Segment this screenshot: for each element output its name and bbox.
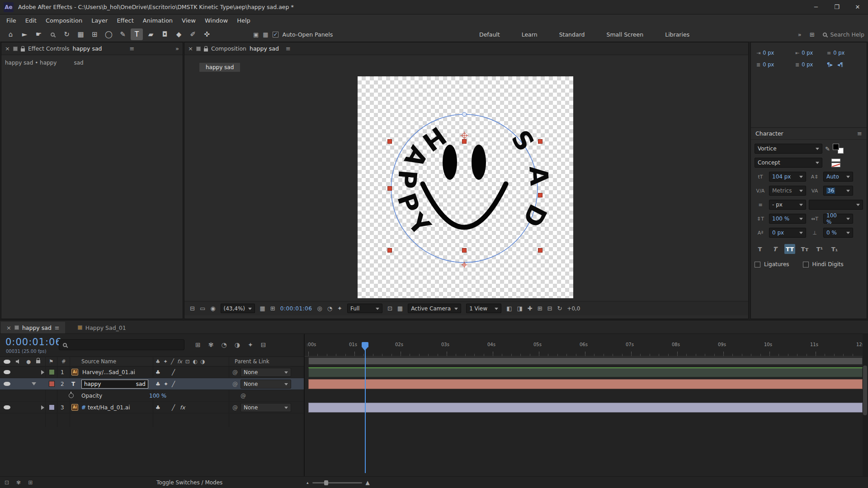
layer3-shy-icon[interactable]: ♣ — [156, 402, 160, 413]
faux-italic-button[interactable]: T — [769, 244, 780, 254]
superscript-button[interactable]: T¹ — [814, 244, 825, 254]
workspace-standard[interactable]: Standard — [548, 31, 596, 38]
current-timecode[interactable]: 0:00:01:06 — [5, 337, 62, 347]
indent-right-value[interactable]: 0 px — [802, 50, 813, 56]
workspace-manager-icon[interactable]: ⊞ — [810, 32, 815, 38]
layer3-label-swatch[interactable] — [49, 404, 55, 410]
stroke-over-fill-icon[interactable] — [831, 159, 840, 162]
stroke-width-value[interactable]: - px — [772, 202, 783, 208]
number-column-label[interactable]: # — [61, 357, 66, 366]
collapse-column-icon[interactable]: ✦ — [163, 358, 168, 365]
comp-flowchart-icon[interactable]: ⊞ — [195, 341, 201, 348]
indent-right-field[interactable]: ⇤ 0 px — [795, 50, 827, 56]
puppet-pin-tool-icon[interactable]: ✜ — [201, 28, 213, 40]
pixel-aspect-icon[interactable]: ⊟ — [190, 305, 195, 311]
layer2-expander-icon[interactable] — [32, 382, 36, 388]
layer1-expander-icon[interactable] — [41, 370, 47, 375]
tracking-value[interactable]: 36 — [826, 188, 835, 194]
leading-dropdown[interactable]: Auto — [823, 172, 853, 182]
layer1-duration-bar[interactable] — [308, 367, 863, 377]
flowchart-button-icon[interactable]: ⊟ — [547, 305, 552, 311]
monitor-icon[interactable]: ▭ — [200, 305, 205, 311]
panel-menu-icon[interactable]: ≡ — [55, 325, 60, 331]
layer3-quality-icon[interactable]: ╱ — [172, 402, 175, 413]
all-caps-button[interactable]: TT — [784, 244, 795, 254]
shy-column-icon[interactable]: ♣ — [156, 358, 160, 365]
expand-in-point-icon[interactable]: ⊡ — [5, 479, 9, 486]
timeline-zoom-thumb[interactable] — [324, 480, 328, 485]
hand-tool-icon[interactable]: ☛ — [33, 28, 45, 40]
timeline-tracks[interactable]: :00s 01s 02s 03s 04s 05s 06s 07s 08s 09s… — [304, 334, 868, 476]
stroke-width-dropdown[interactable]: - px — [769, 200, 806, 210]
brush-tool-icon[interactable]: ▰ — [145, 28, 157, 40]
clone-stamp-tool-icon[interactable]: ◘ — [159, 28, 171, 40]
panel-overflow-icon[interactable]: » — [175, 46, 179, 52]
layer2-visibility-icon[interactable] — [4, 382, 10, 386]
label-column-icon[interactable]: ⚑ — [49, 357, 53, 366]
resolution-dropdown[interactable]: Full — [347, 304, 382, 313]
layer2-duration-bar[interactable] — [308, 379, 863, 389]
first-line-indent-value[interactable]: 0 px — [833, 50, 844, 56]
motion-blur-column-icon[interactable]: ◐ — [193, 358, 197, 365]
opacity-property-row[interactable]: Opacity 100 % @ — [0, 390, 304, 402]
smiley-artwork[interactable]: HAPPY SAD — [358, 76, 573, 298]
faux-bold-button[interactable]: T — [755, 244, 765, 254]
hindi-digits-checkbox[interactable] — [803, 262, 809, 267]
type-tool-icon[interactable]: T — [131, 28, 143, 40]
tsume-value[interactable]: 0 % — [826, 230, 837, 236]
baseline-shift-value[interactable]: 0 px — [772, 230, 784, 236]
opacity-pickwhip-icon[interactable]: @ — [241, 390, 246, 401]
active-comp-chip[interactable]: happy sad — [199, 62, 241, 72]
layer1-visibility-icon[interactable] — [4, 370, 10, 374]
font-size-value[interactable]: 104 px — [772, 174, 791, 180]
layer1-shy-icon[interactable]: ♣ — [156, 366, 160, 378]
maximize-button[interactable]: ❐ — [826, 0, 847, 14]
rotation-tool-icon[interactable]: ↻ — [61, 28, 73, 40]
layer2-collapse-icon[interactable]: ✦ — [164, 378, 168, 389]
layer-row-2[interactable]: 2 T happy sad ♣ ✦ ╱ @ None — [0, 378, 304, 390]
font-family-dropdown[interactable]: Vortice — [755, 144, 822, 154]
pen-tool-icon[interactable]: ✎ — [117, 28, 129, 40]
space-before-value[interactable]: 0 px — [763, 61, 774, 68]
more-workspaces-icon[interactable]: » — [798, 32, 802, 38]
comp-timecode[interactable]: 0:00:01:06 — [280, 305, 312, 312]
subscript-button[interactable]: T₁ — [829, 244, 840, 254]
ligatures-checkbox[interactable] — [755, 262, 760, 267]
work-area-bar[interactable] — [308, 357, 863, 365]
layer2-quality-icon[interactable]: ╱ — [172, 378, 175, 389]
panel-grid-icon[interactable]: ▦ — [263, 32, 268, 38]
timeline-button-icon[interactable]: ⊞ — [538, 305, 542, 311]
zoom-tool-icon[interactable] — [47, 28, 59, 40]
share-view-icon[interactable]: ◧ — [506, 305, 512, 311]
expand-transfer-icon[interactable]: ⊞ — [28, 479, 33, 486]
space-after-field[interactable]: ≣ 0 px — [795, 61, 827, 68]
quality-column-icon[interactable]: ╱ — [171, 358, 174, 365]
timeline-tab-happy-sad[interactable]: × happy sad ≡ — [1, 322, 65, 333]
font-size-dropdown[interactable]: 104 px — [769, 172, 806, 182]
opacity-stopwatch-icon[interactable] — [69, 393, 74, 398]
layer1-parent-dropdown[interactable]: None — [241, 368, 291, 377]
layer2-shy-icon[interactable]: ♣ — [156, 378, 160, 389]
no-stroke-icon[interactable] — [831, 163, 840, 167]
roto-brush-tool-icon[interactable]: ✐ — [187, 28, 199, 40]
panel-group-icon[interactable] — [196, 47, 201, 51]
view-options-icon[interactable]: ◉ — [210, 305, 215, 311]
eraser-tool-icon[interactable]: ◆ — [173, 28, 185, 40]
opacity-value[interactable]: 100 % — [149, 393, 166, 399]
space-before-field[interactable]: ≣ 0 px — [756, 61, 795, 68]
graph-editor-icon[interactable]: ⊟ — [261, 341, 266, 348]
leading-value[interactable]: Auto — [826, 174, 839, 180]
expand-render-icon[interactable]: ✾ — [16, 479, 21, 486]
workspace-libraries[interactable]: Libraries — [654, 31, 700, 38]
close-button[interactable]: ✕ — [847, 0, 868, 14]
direction-ltr-icon[interactable]: ¶▸ — [827, 61, 833, 68]
shape-tool-icon[interactable]: ◯ — [103, 28, 115, 40]
magnification-dropdown[interactable]: (43,4%) — [221, 304, 255, 313]
layer1-pickwhip-icon[interactable]: @ — [232, 366, 238, 378]
toggle-switches-modes-button[interactable]: Toggle Switches / Modes — [156, 477, 222, 488]
timeline-tab-happy-sad-01[interactable]: Happy Sad_01 — [72, 322, 132, 333]
audio-column-icon[interactable] — [15, 357, 21, 366]
workspace-small-screen[interactable]: Small Screen — [596, 31, 655, 38]
menu-composition[interactable]: Composition — [41, 15, 87, 26]
space-after-value[interactable]: 0 px — [802, 61, 813, 68]
